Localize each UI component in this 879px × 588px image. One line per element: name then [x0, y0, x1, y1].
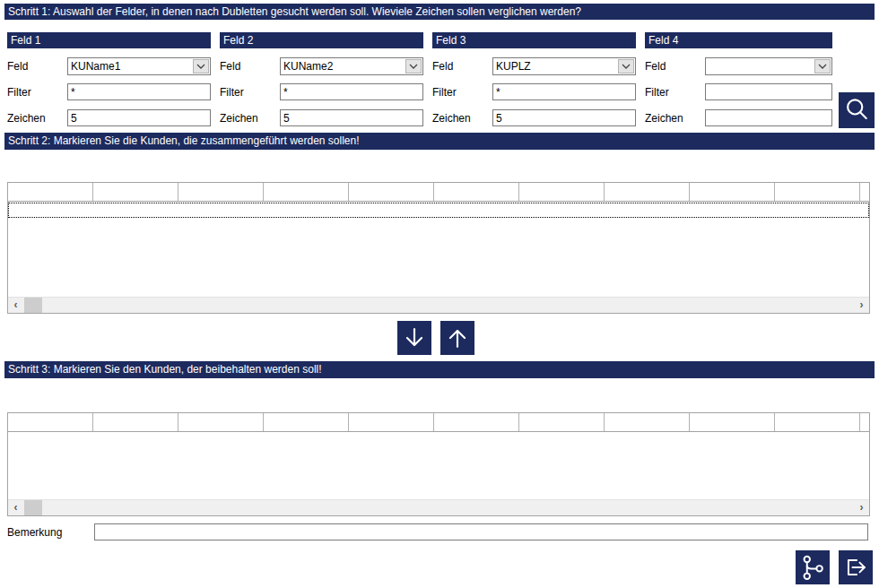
filter-label: Filter — [432, 86, 457, 99]
scrollbar-track[interactable] — [23, 298, 854, 313]
zeichen-label: Zeichen — [645, 112, 683, 125]
field-panel-2-title: Feld 2 — [220, 32, 423, 48]
chevron-down-icon[interactable] — [193, 59, 209, 74]
chevron-down-icon[interactable] — [618, 59, 634, 74]
keep-customer-grid[interactable]: ‹ › — [7, 412, 870, 516]
field-panel-4: Feld 4 Feld Filter Zeichen — [645, 32, 832, 126]
feld-combobox-2[interactable]: KUName2 — [280, 57, 423, 75]
step1-header-bar: Schritt 1: Auswahl der Felder, in denen … — [4, 4, 875, 20]
filter-input-1[interactable] — [67, 83, 211, 100]
search-button[interactable] — [839, 92, 875, 128]
feld-label: Feld — [7, 60, 28, 73]
feld-combobox-3-value: KUPLZ — [493, 60, 617, 73]
zeichen-input-4[interactable] — [705, 109, 832, 126]
exit-icon — [840, 552, 871, 583]
feld-combobox-1-value: KUName1 — [68, 60, 192, 73]
chevron-down-icon[interactable] — [405, 59, 422, 74]
bemerkung-input[interactable] — [94, 523, 868, 540]
search-icon — [841, 95, 872, 125]
bemerkung-label: Bemerkung — [7, 526, 62, 539]
branch-merge-icon — [797, 552, 828, 583]
filter-label: Filter — [7, 86, 31, 99]
feld-combobox-2-value: KUName2 — [281, 60, 405, 73]
arrow-up-icon — [442, 323, 473, 353]
scroll-left-button[interactable]: ‹ — [8, 298, 23, 313]
feld-label: Feld — [220, 60, 240, 73]
keep-customer-grid-hscrollbar[interactable]: ‹ › — [8, 499, 869, 515]
arrow-down-icon — [399, 323, 430, 353]
scrollbar-thumb[interactable] — [24, 298, 42, 313]
exit-button[interactable] — [839, 550, 873, 584]
filter-label: Filter — [645, 86, 669, 99]
feld-combobox-4[interactable] — [705, 57, 832, 75]
field-panel-1-title: Feld 1 — [7, 32, 211, 48]
move-down-button[interactable] — [397, 321, 431, 355]
feld-label: Feld — [432, 60, 453, 73]
scrollbar-track[interactable] — [23, 500, 854, 515]
duplicates-grid-hscrollbar[interactable]: ‹ › — [8, 297, 869, 313]
step2-header-bar: Schritt 2: Markieren Sie die Kunden, die… — [4, 133, 875, 150]
field-panel-2: Feld 2 Feld KUName2 Filter Zeichen — [220, 32, 423, 126]
scrollbar-thumb[interactable] — [24, 500, 42, 515]
scroll-left-button[interactable]: ‹ — [8, 500, 23, 515]
keep-customer-grid-body[interactable] — [8, 432, 869, 500]
zeichen-label: Zeichen — [432, 112, 471, 125]
duplicates-grid-header-row — [8, 183, 869, 202]
duplicates-grid-body[interactable] — [8, 202, 869, 298]
move-up-button[interactable] — [440, 321, 474, 355]
field-panel-1: Feld 1 Feld KUName1 Filter Zeichen — [7, 32, 211, 126]
field-panel-3: Feld 3 Feld KUPLZ Filter Zeichen — [432, 32, 636, 126]
zeichen-label: Zeichen — [220, 112, 258, 125]
feld-combobox-3[interactable]: KUPLZ — [492, 57, 636, 75]
filter-input-4[interactable] — [705, 83, 832, 100]
zeichen-label: Zeichen — [7, 112, 46, 125]
feld-label: Feld — [645, 60, 666, 73]
zeichen-input-1[interactable] — [67, 109, 211, 126]
keep-customer-grid-header-row — [8, 413, 869, 432]
field-panel-3-title: Feld 3 — [432, 32, 636, 48]
merge-button[interactable] — [796, 550, 830, 584]
filter-input-3[interactable] — [492, 83, 636, 100]
filter-input-2[interactable] — [280, 83, 423, 100]
filter-label: Filter — [220, 86, 244, 99]
chevron-down-icon[interactable] — [814, 59, 831, 74]
zeichen-input-3[interactable] — [492, 109, 636, 126]
feld-combobox-1[interactable]: KUName1 — [67, 57, 211, 75]
duplicates-grid[interactable]: ‹ › — [7, 182, 870, 314]
field-panel-4-title: Feld 4 — [645, 32, 832, 48]
step3-header-bar: Schritt 3: Markieren Sie den Kunden, der… — [4, 361, 875, 378]
zeichen-input-2[interactable] — [280, 109, 423, 126]
scroll-right-button[interactable]: › — [854, 298, 869, 313]
scroll-right-button[interactable]: › — [854, 500, 869, 515]
